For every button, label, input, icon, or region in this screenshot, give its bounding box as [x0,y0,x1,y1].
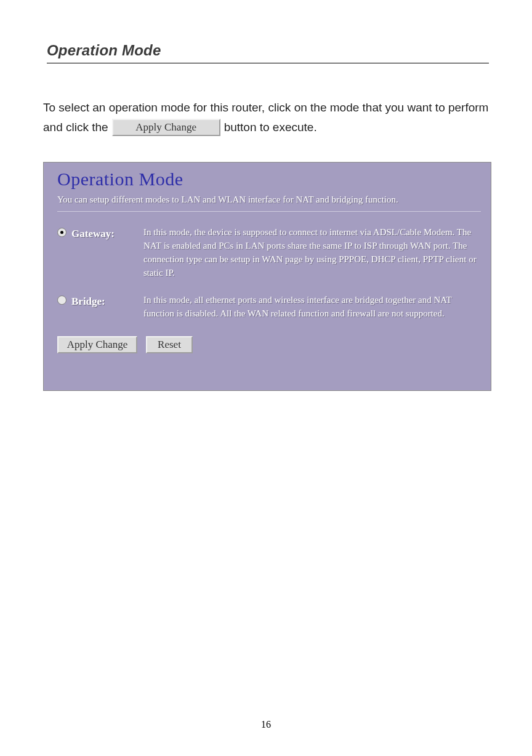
reset-button[interactable]: Reset [146,336,193,353]
panel-button-row: Apply Change Reset [57,336,481,353]
radio-gateway[interactable] [57,228,66,237]
intro-suffix: button to execute. [224,118,317,137]
mode-label-gateway: Gateway: [71,228,115,240]
mode-row-gateway: Gateway: In this mode, the device is sup… [57,225,481,279]
mode-desc-gateway: In this mode, the device is supposed to … [143,225,481,279]
radio-dot-icon [60,231,63,234]
operation-mode-panel: Operation Mode You can setup different m… [43,162,491,391]
mode-row-bridge: Bridge: In this mode, all ethernet ports… [57,293,481,320]
radio-bridge[interactable] [57,296,66,305]
inline-apply-change-button: Apply Change [112,119,220,136]
panel-subtitle: You can setup different modes to LAN and… [57,195,481,205]
mode-label-bridge: Bridge: [71,296,105,308]
mode-desc-bridge: In this mode, all ethernet ports and wir… [143,293,481,320]
apply-change-button[interactable]: Apply Change [57,336,137,353]
intro-line2: and click the Apply Change button to exe… [43,118,489,137]
panel-divider [57,211,481,212]
page-number: 16 [0,719,532,730]
intro-line1: To select an operation mode for this rou… [43,98,489,118]
intro-prefix: and click the [43,118,108,137]
section-heading: Operation Mode [47,42,489,63]
panel-title: Operation Mode [57,169,481,190]
